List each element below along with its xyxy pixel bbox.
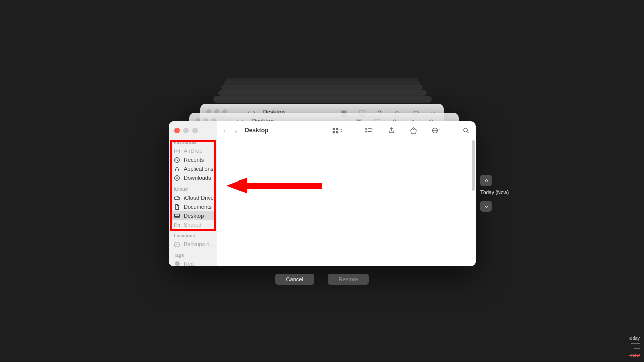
finder-main: ‹ › Desktop ˅ bbox=[217, 121, 476, 266]
sidebar-item-backups[interactable]: Backups o… bbox=[169, 240, 217, 249]
close-window-button[interactable] bbox=[174, 128, 180, 133]
finder-window: Favourites AirDrop Recents Applications … bbox=[169, 121, 476, 266]
sidebar-item-shared[interactable]: Shared bbox=[169, 220, 217, 229]
desktop-icon bbox=[174, 213, 180, 219]
svg-rect-9 bbox=[365, 128, 367, 129]
sidebar-item-label: Documents bbox=[184, 204, 212, 210]
svg-rect-5 bbox=[333, 127, 335, 129]
svg-rect-11 bbox=[368, 128, 372, 129]
sidebar-item-label: Shared bbox=[184, 222, 201, 228]
time-machine-previous-button[interactable] bbox=[480, 175, 492, 186]
timeline-ticks bbox=[627, 341, 640, 356]
svg-point-13 bbox=[413, 129, 414, 130]
tag-red-icon bbox=[174, 261, 180, 267]
svg-point-16 bbox=[435, 130, 435, 130]
sidebar-item-label: Applications bbox=[184, 166, 213, 172]
edit-tags-button[interactable] bbox=[410, 127, 417, 134]
downloads-icon bbox=[174, 175, 180, 182]
sidebar-item-label: Red bbox=[184, 261, 194, 266]
sidebar-item-recents[interactable]: Recents bbox=[169, 155, 217, 164]
sidebar-item-documents[interactable]: Documents bbox=[169, 202, 217, 211]
document-icon bbox=[174, 204, 180, 210]
finder-sidebar: Favourites AirDrop Recents Applications … bbox=[169, 121, 217, 266]
svg-rect-8 bbox=[336, 131, 338, 133]
zoom-window-button[interactable] bbox=[192, 128, 198, 133]
svg-rect-10 bbox=[365, 131, 367, 132]
time-machine-icon bbox=[174, 241, 180, 248]
sidebar-item-label: Backups o… bbox=[184, 241, 215, 247]
sidebar-item-label: Desktop bbox=[184, 213, 204, 219]
restore-button[interactable]: Restore bbox=[328, 274, 369, 285]
sidebar-item-downloads[interactable]: Downloads bbox=[169, 173, 217, 183]
action-menu-button[interactable]: ˅ bbox=[431, 127, 440, 134]
clock-icon bbox=[174, 157, 180, 163]
cancel-button[interactable]: Cancel bbox=[275, 274, 314, 285]
sidebar-section-tags: Tags bbox=[169, 252, 217, 259]
time-machine-nav: Today (Now) bbox=[480, 175, 509, 212]
sidebar-item-airdrop[interactable]: AirDrop bbox=[169, 146, 217, 155]
svg-rect-6 bbox=[336, 127, 338, 129]
scrollbar-thumb[interactable] bbox=[472, 140, 475, 191]
sidebar-item-icloud-drive[interactable]: iCloud Drive bbox=[169, 193, 217, 202]
cloud-icon bbox=[174, 195, 180, 201]
group-by-button[interactable]: ˅ bbox=[365, 127, 374, 134]
time-machine-timeline[interactable]: Today Now bbox=[615, 336, 640, 358]
window-controls bbox=[169, 121, 217, 139]
time-machine-next-button[interactable] bbox=[480, 201, 492, 212]
airdrop-icon bbox=[174, 148, 180, 154]
sidebar-item-label: AirDrop bbox=[184, 148, 202, 154]
shared-folder-icon bbox=[174, 222, 180, 228]
sidebar-section-locations: Locations bbox=[169, 232, 217, 240]
svg-rect-7 bbox=[333, 131, 335, 133]
sidebar-item-label: Recents bbox=[184, 157, 204, 163]
time-machine-ghost bbox=[213, 96, 432, 103]
minimize-window-button[interactable] bbox=[183, 128, 189, 133]
time-machine-ghost bbox=[224, 81, 420, 85]
svg-point-17 bbox=[436, 130, 436, 130]
back-button[interactable]: ‹ bbox=[223, 126, 226, 135]
svg-point-15 bbox=[433, 130, 434, 130]
sidebar-item-applications[interactable]: Applications bbox=[169, 164, 217, 173]
svg-rect-3 bbox=[175, 214, 180, 217]
search-button[interactable] bbox=[462, 127, 470, 134]
sidebar-item-label: iCloud Drive bbox=[184, 195, 214, 201]
time-machine-snapshot-label: Today (Now) bbox=[480, 190, 509, 195]
sidebar-item-tag-red[interactable]: Red bbox=[169, 259, 217, 266]
forward-button[interactable]: › bbox=[235, 126, 237, 135]
sidebar-section-icloud: iCloud bbox=[169, 186, 217, 193]
sidebar-item-desktop[interactable]: Desktop bbox=[171, 211, 215, 220]
share-button[interactable] bbox=[388, 127, 395, 134]
svg-rect-12 bbox=[368, 131, 372, 131]
finder-content-area[interactable] bbox=[217, 139, 476, 266]
svg-point-18 bbox=[464, 128, 468, 132]
view-mode-button[interactable] bbox=[332, 127, 343, 134]
svg-point-0 bbox=[176, 150, 178, 152]
time-machine-buttons: Cancel Restore bbox=[0, 274, 644, 285]
sidebar-item-label: Downloads bbox=[184, 175, 211, 181]
finder-toolbar: ‹ › Desktop ˅ bbox=[217, 121, 476, 139]
time-machine-ghost bbox=[221, 85, 423, 90]
timeline-label-today: Today bbox=[615, 336, 640, 341]
time-machine-ghost bbox=[218, 90, 427, 96]
applications-icon bbox=[174, 166, 180, 172]
window-title: Desktop bbox=[245, 127, 268, 134]
sidebar-section-favourites: Favourites bbox=[169, 139, 217, 146]
